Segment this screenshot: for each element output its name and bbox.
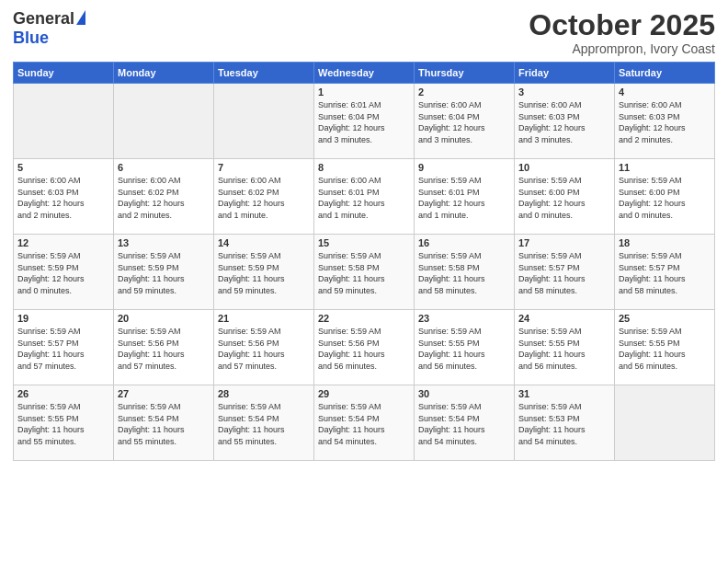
- logo-general: General: [13, 9, 74, 29]
- table-row: 17Sunrise: 5:59 AM Sunset: 5:57 PM Dayli…: [515, 235, 615, 310]
- header: General Blue October 2025 Apprompron, Iv…: [13, 9, 715, 56]
- day-info: Sunrise: 5:59 AM Sunset: 5:59 PM Dayligh…: [218, 250, 310, 296]
- table-row: 22Sunrise: 5:59 AM Sunset: 5:56 PM Dayli…: [314, 310, 415, 385]
- table-row: [615, 385, 715, 461]
- day-info: Sunrise: 5:59 AM Sunset: 6:00 PM Dayligh…: [619, 175, 711, 221]
- day-number: 2: [418, 86, 510, 98]
- day-info: Sunrise: 5:59 AM Sunset: 5:56 PM Dayligh…: [318, 326, 410, 372]
- header-sunday: Sunday: [14, 63, 114, 84]
- day-number: 8: [318, 162, 410, 173]
- logo: General Blue: [13, 9, 85, 48]
- week-row-4: 26Sunrise: 5:59 AM Sunset: 5:55 PM Dayli…: [14, 385, 715, 461]
- day-info: Sunrise: 5:59 AM Sunset: 5:57 PM Dayligh…: [17, 326, 109, 372]
- day-number: 18: [619, 237, 711, 248]
- day-info: Sunrise: 5:59 AM Sunset: 5:59 PM Dayligh…: [118, 250, 210, 296]
- month-title: October 2025: [529, 9, 715, 41]
- header-thursday: Thursday: [415, 63, 515, 84]
- day-number: 23: [418, 313, 510, 324]
- day-info: Sunrise: 5:59 AM Sunset: 5:59 PM Dayligh…: [17, 250, 109, 296]
- table-row: 29Sunrise: 5:59 AM Sunset: 5:54 PM Dayli…: [314, 385, 415, 461]
- day-info: Sunrise: 5:59 AM Sunset: 5:58 PM Dayligh…: [318, 250, 410, 296]
- table-row: 4Sunrise: 6:00 AM Sunset: 6:03 PM Daylig…: [615, 84, 715, 159]
- day-info: Sunrise: 5:59 AM Sunset: 5:54 PM Dayligh…: [218, 401, 310, 447]
- day-number: 1: [318, 86, 410, 98]
- day-number: 28: [218, 388, 310, 399]
- week-row-1: 5Sunrise: 6:00 AM Sunset: 6:03 PM Daylig…: [14, 159, 715, 235]
- day-info: Sunrise: 6:00 AM Sunset: 6:04 PM Dayligh…: [418, 99, 510, 145]
- weekday-header-row: Sunday Monday Tuesday Wednesday Thursday…: [14, 63, 715, 84]
- day-number: 15: [318, 237, 410, 248]
- week-row-2: 12Sunrise: 5:59 AM Sunset: 5:59 PM Dayli…: [14, 235, 715, 310]
- table-row: 6Sunrise: 6:00 AM Sunset: 6:02 PM Daylig…: [114, 159, 214, 235]
- table-row: 13Sunrise: 5:59 AM Sunset: 5:59 PM Dayli…: [114, 235, 214, 310]
- day-number: 7: [218, 162, 310, 173]
- table-row: [14, 84, 114, 159]
- table-row: 14Sunrise: 5:59 AM Sunset: 5:59 PM Dayli…: [214, 235, 314, 310]
- day-info: Sunrise: 5:59 AM Sunset: 5:53 PM Dayligh…: [518, 401, 610, 447]
- day-number: 6: [118, 162, 210, 173]
- day-number: 14: [218, 237, 310, 248]
- table-row: 10Sunrise: 5:59 AM Sunset: 6:00 PM Dayli…: [515, 159, 615, 235]
- day-info: Sunrise: 5:59 AM Sunset: 5:55 PM Dayligh…: [418, 326, 510, 372]
- day-number: 9: [418, 162, 510, 173]
- table-row: 15Sunrise: 5:59 AM Sunset: 5:58 PM Dayli…: [314, 235, 415, 310]
- day-number: 21: [218, 313, 310, 324]
- day-number: 13: [118, 237, 210, 248]
- day-info: Sunrise: 5:59 AM Sunset: 5:54 PM Dayligh…: [418, 401, 510, 447]
- table-row: 19Sunrise: 5:59 AM Sunset: 5:57 PM Dayli…: [14, 310, 114, 385]
- day-info: Sunrise: 6:00 AM Sunset: 6:03 PM Dayligh…: [619, 99, 711, 145]
- day-number: 4: [619, 86, 711, 98]
- day-info: Sunrise: 6:00 AM Sunset: 6:03 PM Dayligh…: [518, 99, 610, 145]
- table-row: 1Sunrise: 6:01 AM Sunset: 6:04 PM Daylig…: [314, 84, 415, 159]
- day-info: Sunrise: 5:59 AM Sunset: 5:55 PM Dayligh…: [619, 326, 711, 372]
- table-row: 9Sunrise: 5:59 AM Sunset: 6:01 PM Daylig…: [415, 159, 515, 235]
- day-info: Sunrise: 6:01 AM Sunset: 6:04 PM Dayligh…: [318, 99, 410, 145]
- header-wednesday: Wednesday: [314, 63, 415, 84]
- table-row: 2Sunrise: 6:00 AM Sunset: 6:04 PM Daylig…: [415, 84, 515, 159]
- day-number: 5: [17, 162, 109, 173]
- day-info: Sunrise: 5:59 AM Sunset: 5:54 PM Dayligh…: [318, 401, 410, 447]
- day-info: Sunrise: 6:00 AM Sunset: 6:03 PM Dayligh…: [17, 175, 109, 221]
- week-row-0: 1Sunrise: 6:01 AM Sunset: 6:04 PM Daylig…: [14, 84, 715, 159]
- day-number: 17: [518, 237, 610, 248]
- day-info: Sunrise: 6:00 AM Sunset: 6:02 PM Dayligh…: [218, 175, 310, 221]
- day-number: 25: [619, 313, 711, 324]
- table-row: 21Sunrise: 5:59 AM Sunset: 5:56 PM Dayli…: [214, 310, 314, 385]
- day-info: Sunrise: 5:59 AM Sunset: 5:58 PM Dayligh…: [418, 250, 510, 296]
- table-row: 12Sunrise: 5:59 AM Sunset: 5:59 PM Dayli…: [14, 235, 114, 310]
- day-info: Sunrise: 5:59 AM Sunset: 6:01 PM Dayligh…: [418, 175, 510, 221]
- table-row: 24Sunrise: 5:59 AM Sunset: 5:55 PM Dayli…: [515, 310, 615, 385]
- header-saturday: Saturday: [615, 63, 715, 84]
- day-number: 16: [418, 237, 510, 248]
- table-row: 28Sunrise: 5:59 AM Sunset: 5:54 PM Dayli…: [214, 385, 314, 461]
- day-number: 12: [17, 237, 109, 248]
- day-info: Sunrise: 5:59 AM Sunset: 5:55 PM Dayligh…: [17, 401, 109, 447]
- table-row: [114, 84, 214, 159]
- day-number: 30: [418, 388, 510, 399]
- day-info: Sunrise: 5:59 AM Sunset: 5:56 PM Dayligh…: [218, 326, 310, 372]
- table-row: 18Sunrise: 5:59 AM Sunset: 5:57 PM Dayli…: [615, 235, 715, 310]
- table-row: 20Sunrise: 5:59 AM Sunset: 5:56 PM Dayli…: [114, 310, 214, 385]
- logo-triangle-icon: [76, 10, 85, 25]
- day-info: Sunrise: 5:59 AM Sunset: 5:56 PM Dayligh…: [118, 326, 210, 372]
- day-number: 26: [17, 388, 109, 399]
- location-subtitle: Apprompron, Ivory Coast: [529, 41, 715, 56]
- day-info: Sunrise: 5:59 AM Sunset: 5:54 PM Dayligh…: [118, 401, 210, 447]
- calendar-container: General Blue October 2025 Apprompron, Iv…: [0, 0, 728, 563]
- day-number: 24: [518, 313, 610, 324]
- table-row: 26Sunrise: 5:59 AM Sunset: 5:55 PM Dayli…: [14, 385, 114, 461]
- day-info: Sunrise: 5:59 AM Sunset: 6:00 PM Dayligh…: [518, 175, 610, 221]
- table-row: 30Sunrise: 5:59 AM Sunset: 5:54 PM Dayli…: [415, 385, 515, 461]
- table-row: 3Sunrise: 6:00 AM Sunset: 6:03 PM Daylig…: [515, 84, 615, 159]
- day-number: 3: [518, 86, 610, 98]
- day-number: 22: [318, 313, 410, 324]
- title-section: October 2025 Apprompron, Ivory Coast: [529, 9, 715, 56]
- header-friday: Friday: [515, 63, 615, 84]
- day-number: 29: [318, 388, 410, 399]
- day-number: 11: [619, 162, 711, 173]
- day-number: 20: [118, 313, 210, 324]
- day-info: Sunrise: 6:00 AM Sunset: 6:02 PM Dayligh…: [118, 175, 210, 221]
- table-row: 11Sunrise: 5:59 AM Sunset: 6:00 PM Dayli…: [615, 159, 715, 235]
- table-row: 23Sunrise: 5:59 AM Sunset: 5:55 PM Dayli…: [415, 310, 515, 385]
- day-info: Sunrise: 5:59 AM Sunset: 5:57 PM Dayligh…: [619, 250, 711, 296]
